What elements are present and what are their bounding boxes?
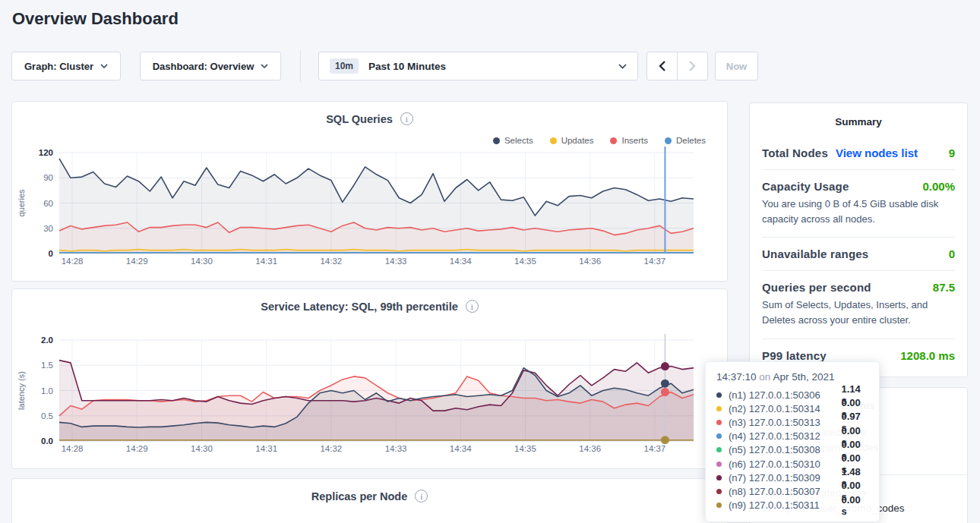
- tooltip-node-label: (n5) 127.0.0.1:50308: [729, 444, 841, 455]
- chevron-down-icon: [261, 64, 268, 68]
- chart-hover-tooltip: 14:37:10 on Apr 5th, 2021 (n1) 127.0.0.1…: [705, 361, 880, 522]
- series-dot-icon: [716, 420, 722, 425]
- svg-text:14:30: 14:30: [191, 257, 213, 266]
- chevron-down-icon: [618, 64, 627, 69]
- svg-text:0: 0: [49, 249, 53, 258]
- svg-text:14:28: 14:28: [62, 257, 84, 266]
- info-icon[interactable]: i: [466, 300, 479, 313]
- svg-text:14:29: 14:29: [126, 257, 148, 266]
- summary-row-capacity: Capacity Usage 0.00% You are using 0 B o…: [762, 170, 955, 238]
- tooltip-node-label: (n3) 127.0.0.1:50313: [729, 417, 841, 428]
- series-dot-icon: [716, 462, 722, 467]
- tooltip-node-label: (n4) 127.0.0.1:50312: [729, 430, 841, 442]
- series-dot-icon: [716, 489, 722, 494]
- svg-text:14:37: 14:37: [643, 444, 665, 453]
- series-dot-icon: [716, 475, 722, 480]
- summary-row-qps: Queries per second 87.5 Sum of Selects, …: [762, 271, 955, 339]
- latency-card: Service Latency: SQL, 99th percentile i …: [11, 288, 728, 469]
- svg-text:14:29: 14:29: [126, 444, 148, 453]
- svg-text:2.0: 2.0: [41, 336, 53, 345]
- svg-text:14:36: 14:36: [579, 444, 601, 453]
- svg-text:14:35: 14:35: [514, 444, 536, 453]
- summary-row-unavailable: Unavailable ranges 0: [762, 238, 955, 271]
- tooltip-node-label: (n8) 127.0.0.1:50307: [729, 486, 841, 497]
- svg-text:14:33: 14:33: [385, 257, 407, 266]
- time-range-dropdown[interactable]: 10m Past 10 Minutes: [318, 52, 638, 80]
- svg-text:14:35: 14:35: [514, 257, 536, 266]
- tooltip-node-label: (n1) 127.0.0.1:50306: [729, 389, 841, 401]
- chevron-right-icon: [689, 61, 696, 71]
- graph-dropdown[interactable]: Graph: Cluster: [11, 52, 121, 80]
- chevron-down-icon: [100, 64, 108, 68]
- svg-text:queries: queries: [17, 189, 26, 217]
- svg-text:1.0: 1.0: [41, 386, 53, 395]
- tooltip-node-label: (n2) 127.0.0.1:50314: [729, 403, 841, 414]
- capacity-label: Capacity Usage: [762, 180, 849, 193]
- summary-panel: Summary Total Nodes View nodes list 9 Ca…: [749, 102, 968, 377]
- qps-label: Queries per second: [762, 281, 871, 294]
- now-button[interactable]: Now: [715, 52, 758, 80]
- svg-text:14:34: 14:34: [450, 257, 472, 266]
- tooltip-timestamp: 14:37:10 on Apr 5th, 2021: [716, 371, 868, 383]
- tooltip-node-value: 0.00 s: [841, 494, 868, 517]
- svg-text:120: 120: [39, 148, 53, 157]
- unavailable-label: Unavailable ranges: [762, 247, 868, 260]
- view-nodes-list-link[interactable]: View nodes list: [836, 147, 918, 159]
- chevron-left-icon: [659, 61, 665, 71]
- svg-text:30: 30: [43, 224, 53, 233]
- svg-text:60: 60: [43, 199, 53, 208]
- svg-text:90: 90: [43, 173, 53, 182]
- series-dot-icon: [716, 392, 722, 398]
- svg-text:latency (s): latency (s): [17, 371, 26, 410]
- svg-text:0.0: 0.0: [41, 436, 53, 446]
- summary-row-total-nodes: Total Nodes View nodes list 9: [762, 137, 955, 170]
- latency-chart[interactable]: 14:2814:2914:3014:3114:3214:3314:3414:35…: [12, 327, 727, 465]
- svg-text:14:28: 14:28: [62, 444, 84, 453]
- time-next-button[interactable]: [677, 52, 708, 80]
- tooltip-time: 14:37:10: [716, 371, 757, 383]
- tooltip-node-label: (n6) 127.0.0.1:50310: [729, 458, 841, 470]
- series-dot-icon: [716, 433, 722, 439]
- svg-text:14:30: 14:30: [191, 444, 213, 453]
- series-dot-icon: [716, 406, 722, 411]
- unavailable-value: 0: [949, 247, 955, 260]
- tooltip-node-label: (n7) 127.0.0.1:50309: [729, 472, 841, 484]
- latency-title: Service Latency: SQL, 99th percentile: [261, 301, 458, 313]
- p99-value: 1208.0 ms: [900, 349, 955, 362]
- svg-text:14:34: 14:34: [450, 444, 472, 453]
- svg-text:0.5: 0.5: [41, 411, 53, 421]
- tooltip-node-label: (n9) 127.0.0.1:50311: [729, 499, 841, 511]
- info-icon[interactable]: i: [415, 490, 428, 503]
- replicas-card: Replicas per Node i: [11, 478, 728, 523]
- info-icon[interactable]: i: [400, 112, 413, 125]
- page-title: Overview Dashboard: [12, 9, 179, 29]
- sql-queries-title: SQL Queries: [326, 113, 393, 125]
- svg-text:1.5: 1.5: [41, 361, 53, 370]
- graph-dropdown-label: Graph: Cluster: [24, 61, 93, 72]
- svg-text:14:33: 14:33: [385, 444, 407, 453]
- svg-text:14:32: 14:32: [320, 444, 342, 453]
- dashboard-dropdown[interactable]: Dashboard: Overview: [140, 52, 281, 80]
- capacity-value: 0.00%: [922, 180, 955, 193]
- tooltip-on-word: on: [759, 371, 770, 383]
- capacity-desc: You are using 0 B of 4.5 GiB usable disk…: [762, 197, 955, 227]
- series-dot-icon: [716, 503, 722, 508]
- svg-text:14:31: 14:31: [255, 444, 277, 453]
- tooltip-row: (n9) 127.0.0.1:503110.00 s: [716, 499, 868, 512]
- svg-text:14:31: 14:31: [255, 257, 277, 266]
- svg-text:14:36: 14:36: [579, 257, 601, 266]
- controls-divider: [300, 50, 301, 82]
- sql-queries-chart[interactable]: 14:2814:2914:3014:3114:3214:3314:3414:35…: [12, 140, 727, 278]
- time-prev-button[interactable]: [646, 52, 678, 80]
- sql-queries-card: SQL Queries i SelectsUpdatesInsertsDelet…: [11, 101, 728, 282]
- dashboard-dropdown-label: Dashboard: Overview: [153, 61, 254, 72]
- summary-title: Summary: [762, 116, 955, 128]
- total-nodes-label: Total Nodes: [762, 147, 828, 159]
- time-range-label: Past 10 Minutes: [368, 61, 446, 72]
- p99-label: P99 latency: [762, 349, 827, 362]
- svg-text:14:37: 14:37: [643, 257, 665, 266]
- series-dot-icon: [716, 447, 722, 452]
- time-range-badge: 10m: [330, 58, 359, 74]
- svg-text:14:32: 14:32: [320, 257, 342, 266]
- qps-desc: Sum of Selects, Updates, Inserts, and De…: [762, 298, 955, 328]
